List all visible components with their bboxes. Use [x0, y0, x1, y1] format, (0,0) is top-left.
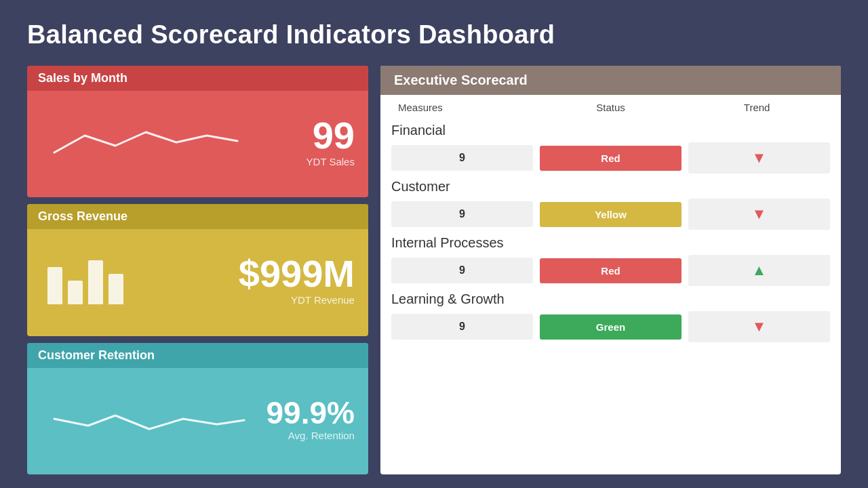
revenue-number: $999M — [239, 255, 355, 293]
row-customer: 9 Yellow ▼ — [391, 199, 830, 230]
internal-trend: ▲ — [688, 255, 830, 286]
sales-number: 99 — [313, 117, 355, 155]
learning-measure: 9 — [391, 314, 533, 340]
financial-trend: ▼ — [688, 142, 830, 174]
page-title: Balanced Scorecard Indicators Dashboard — [27, 20, 841, 49]
scorecard-header: Executive Scorecard — [380, 66, 841, 95]
row-financial: 9 Red ▼ — [391, 142, 830, 174]
retention-sparkline — [47, 392, 251, 446]
sales-card-body: 99 YDT Sales — [27, 91, 368, 197]
financial-trend-arrow: ▼ — [752, 149, 767, 167]
learning-trend: ▼ — [688, 311, 830, 342]
col-header-trend: Trend — [684, 102, 830, 113]
retention-card: Customer Retention 99.9% Avg. Retention — [27, 343, 368, 474]
sales-sparkline — [47, 115, 251, 169]
row-learning: 9 Green ▼ — [391, 311, 830, 342]
internal-status: Red — [540, 258, 682, 283]
customer-measure: 9 — [391, 201, 533, 227]
col-header-status: Status — [538, 102, 684, 113]
section-learning: Learning & Growth — [391, 291, 830, 307]
retention-label: Avg. Retention — [288, 430, 355, 441]
revenue-card-body: $999M YDT Revenue — [27, 229, 368, 336]
customer-trend-arrow: ▼ — [752, 205, 767, 223]
left-panels: Sales by Month 99 YDT Sales Gross Revenu… — [27, 66, 368, 474]
learning-trend-arrow: ▼ — [752, 318, 767, 336]
customer-trend: ▼ — [688, 199, 830, 230]
revenue-card: Gross Revenue $999M YDT Revenue — [27, 204, 368, 336]
bar-1 — [47, 267, 62, 304]
section-internal: Internal Processes — [391, 235, 830, 251]
sales-sparkline-area — [41, 115, 307, 169]
retention-number: 99.9% — [267, 397, 355, 428]
row-internal: 9 Red ▲ — [391, 255, 830, 286]
bar-4 — [108, 274, 123, 304]
sales-card-header: Sales by Month — [27, 66, 368, 91]
section-customer: Customer — [391, 179, 830, 195]
bar-3 — [88, 260, 103, 304]
internal-trend-arrow: ▲ — [752, 262, 767, 279]
retention-card-header: Customer Retention — [27, 343, 368, 368]
customer-status: Yellow — [540, 202, 682, 227]
sales-label: YDT Sales — [307, 156, 355, 167]
retention-card-body: 99.9% Avg. Retention — [27, 368, 368, 474]
sales-card: Sales by Month 99 YDT Sales — [27, 66, 368, 197]
col-header-measures: Measures — [391, 102, 538, 113]
learning-status: Green — [540, 314, 682, 340]
internal-measure: 9 — [391, 258, 533, 283]
dashboard-grid: Sales by Month 99 YDT Sales Gross Revenu… — [27, 66, 841, 474]
scorecard-body: Measures Status Trend Financial 9 Red ▼ … — [380, 95, 841, 474]
scorecard-panel: Executive Scorecard Measures Status Tren… — [380, 66, 841, 474]
revenue-bar-chart — [41, 257, 123, 304]
sales-value-block: 99 YDT Sales — [307, 117, 355, 167]
revenue-value-block: $999M YDT Revenue — [239, 255, 355, 306]
financial-status: Red — [540, 146, 682, 171]
retention-value-block: 99.9% Avg. Retention — [267, 397, 355, 441]
bar-2 — [68, 281, 83, 304]
revenue-label: YDT Revenue — [291, 294, 355, 306]
retention-sparkline-area — [41, 392, 267, 446]
section-financial: Financial — [391, 123, 830, 138]
financial-measure: 9 — [391, 145, 533, 171]
scorecard-column-headers: Measures Status Trend — [391, 95, 830, 117]
revenue-card-header: Gross Revenue — [27, 204, 368, 229]
